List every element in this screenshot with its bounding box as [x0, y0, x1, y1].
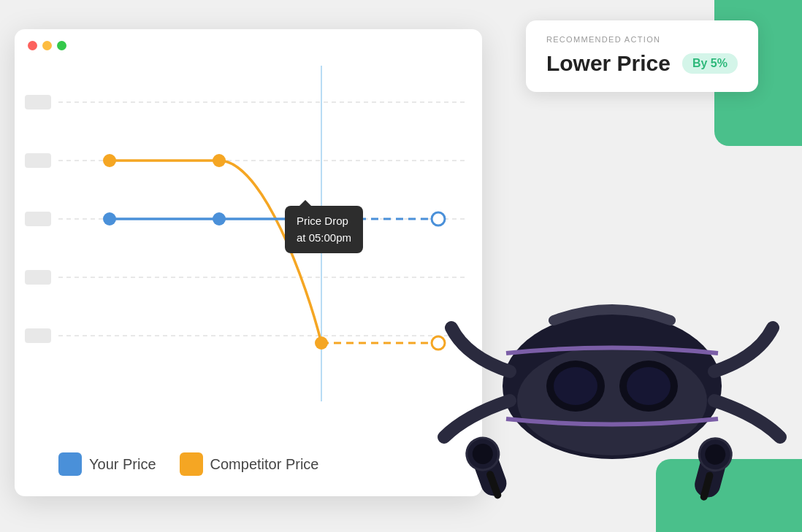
scene: RECOMMENDED ACTION Lower Price By 5% [0, 0, 802, 532]
vr-headset-svg [422, 240, 802, 532]
svg-rect-9 [25, 328, 51, 343]
svg-rect-8 [25, 270, 51, 285]
vr-headset-image [422, 240, 802, 532]
fullscreen-dot[interactable] [57, 41, 66, 50]
chart-area: Price Drop at 05:00pm [58, 66, 467, 401]
competitor-price-swatch [180, 452, 203, 476]
your-price-label: Your Price [89, 456, 156, 473]
svg-rect-6 [25, 153, 51, 168]
svg-point-22 [517, 346, 707, 455]
rec-label: RECOMMENDED ACTION [546, 35, 738, 44]
svg-point-20 [432, 212, 445, 225]
close-dot[interactable] [28, 41, 37, 50]
chart-window: Price Drop at 05:00pm Your Price Competi… [15, 29, 482, 496]
competitor-price-label: Competitor Price [210, 456, 319, 473]
chart-legend: Your Price Competitor Price [58, 452, 318, 476]
rec-action-text: Lower Price [546, 51, 671, 76]
svg-point-12 [103, 154, 116, 167]
svg-rect-5 [25, 95, 51, 109]
svg-rect-7 [25, 212, 51, 226]
your-price-swatch [58, 452, 82, 476]
rec-badge: By 5% [682, 53, 738, 74]
svg-point-13 [213, 154, 226, 167]
svg-point-26 [627, 367, 671, 405]
chart-svg [58, 66, 467, 401]
legend-item-your-price: Your Price [58, 452, 156, 476]
recommendation-card: RECOMMENDED ACTION Lower Price By 5% [526, 20, 758, 92]
svg-point-18 [103, 212, 116, 225]
svg-point-25 [554, 367, 597, 405]
legend-item-competitor-price: Competitor Price [180, 452, 319, 476]
svg-point-14 [315, 336, 328, 350]
minimize-dot[interactable] [42, 41, 52, 50]
rec-content: Lower Price By 5% [546, 51, 738, 76]
window-controls [28, 41, 66, 50]
svg-point-19 [213, 212, 226, 225]
